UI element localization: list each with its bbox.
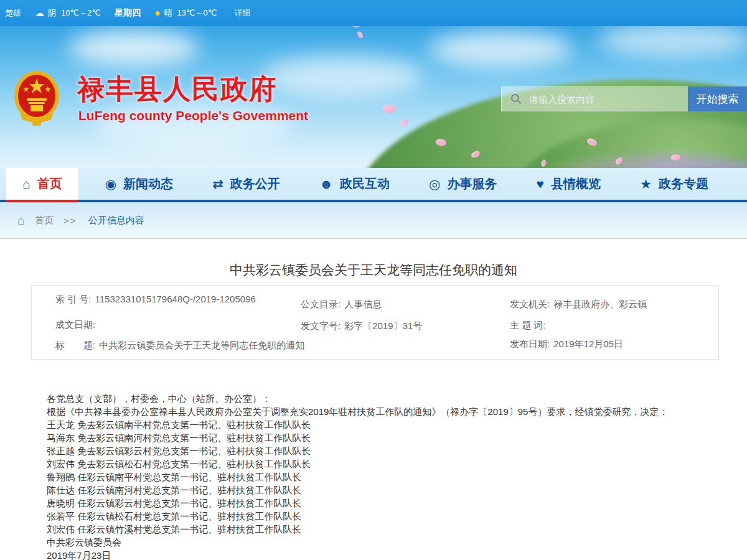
document-meta-table: 索 引 号:11532331015179648Q-/2019-1205096 成… bbox=[31, 285, 719, 360]
body-line: 马海东 免去彩云镇南河村党总支第一书记、驻村扶贫工作队队长 bbox=[47, 431, 668, 444]
body-line: 根据《中共禄丰县委办公室禄丰县人民政府办公室关于调整充实2019年驻村扶贫工作队… bbox=[47, 405, 668, 418]
document-title: 中共彩云镇委员会关于王天龙等同志任免职的通知 bbox=[0, 261, 747, 279]
exchange-icon: ⇄ bbox=[212, 177, 223, 190]
nav-label: 县情概览 bbox=[551, 175, 601, 192]
nav-label: 新闻动态 bbox=[123, 175, 173, 192]
national-emblem-logo bbox=[14, 70, 60, 127]
weather-condition-2: 晴 bbox=[164, 7, 172, 19]
weather-detail-link[interactable]: 详细 bbox=[234, 7, 250, 19]
nav-label: 办事服务 bbox=[447, 175, 497, 192]
nav-item-interaction[interactable]: ☻ 政民互动 bbox=[307, 168, 402, 200]
cloud-shape bbox=[430, 31, 573, 67]
meta-issuing-agency: 发文机关:禄丰县政府办、彩云镇 bbox=[510, 299, 647, 310]
body-line: 刘宏伟 任彩云镇竹溪村党总支第一书记、驻村扶贫工作队队长 bbox=[47, 523, 668, 536]
main-navigation: ⌂ 首页 ◉ 新闻动态 ⇄ 政务公开 ☻ 政民互动 ◎ 办事服务 ♥ 县情概览 bbox=[0, 168, 747, 202]
document-content: 中共彩云镇委员会关于王天龙等同志任免职的通知 索 引 号:11532331015… bbox=[0, 239, 747, 560]
header-banner: 禄丰县人民政府 LuFeng county People's Govemment… bbox=[0, 26, 747, 168]
body-line: 2019年7月23日 bbox=[47, 549, 668, 560]
weather-bar: 楚雄 ☁ 阴 10℃～2℃ 星期四 ● 晴 13℃～0℃ 详细 bbox=[0, 0, 747, 26]
body-line: 鲁翔鹍 任彩云镇南平村党总支第一书记、驻村扶贫工作队队长 bbox=[47, 470, 668, 483]
nav-item-county-overview[interactable]: ♥ 县情概览 bbox=[524, 168, 613, 200]
meta-title: 标 题:中共彩云镇委员会关于王天龙等同志任免职的通知 bbox=[55, 340, 304, 352]
body-line: 中共彩云镇委员会 bbox=[47, 536, 668, 549]
body-line: 王天龙 免去彩云镇南平村党总支第一书记、驻村扶贫工作队队长 bbox=[47, 418, 668, 431]
nav-item-home[interactable]: ⌂ 首页 bbox=[6, 168, 78, 200]
home-icon: ⌂ bbox=[22, 177, 31, 190]
meta-subject-words: 主 题 词: bbox=[510, 320, 550, 332]
page: 楚雄 ☁ 阴 10℃～2℃ 星期四 ● 晴 13℃～0℃ 详细 bbox=[0, 0, 747, 560]
sun-icon: ● bbox=[154, 7, 161, 19]
search-button[interactable]: 开始搜索 bbox=[688, 86, 747, 111]
nav-item-gov-disclosure[interactable]: ⇄ 政务公开 bbox=[200, 168, 293, 200]
cloud-shape bbox=[598, 26, 747, 57]
meta-written-date: 成文日期: bbox=[55, 319, 99, 331]
nav-item-services[interactable]: ◎ 办事服务 bbox=[416, 168, 509, 200]
nav-label: 政务公开 bbox=[230, 175, 280, 192]
site-subtitle: LuFeng county People's Govemment bbox=[78, 108, 308, 123]
heart-hand-icon: ♥ bbox=[537, 177, 544, 190]
cloud-icon: ☁ bbox=[35, 7, 44, 19]
nav-label: 政民互动 bbox=[340, 175, 390, 192]
body-line: 各党总支（支部），村委会，中心（站所、办公室）： bbox=[47, 392, 668, 405]
weather-condition-1: 阴 bbox=[48, 7, 56, 19]
body-line: 张若平 任彩云镇松石村党总支第一书记、驻村扶贫工作队队长 bbox=[47, 510, 668, 523]
nav-label: 政务专题 bbox=[659, 175, 708, 192]
breadcrumb-current-link[interactable]: 公开信息内容 bbox=[88, 215, 144, 226]
star-icon: ★ bbox=[640, 177, 652, 190]
breadcrumb-home-link[interactable]: 首页 bbox=[35, 215, 54, 226]
nav-item-special-topics[interactable]: ★ 政务专题 bbox=[627, 168, 721, 200]
body-line: 唐晓明 任彩云镇彩云村党总支第一书记、驻村扶贫工作队队长 bbox=[47, 497, 668, 510]
breadcrumb-home-icon: ⌂ bbox=[17, 213, 25, 228]
cloud-shape bbox=[261, 56, 423, 97]
document-body: 各党总支（支部），村委会，中心（站所、办公室）： 根据《中共禄丰县委办公室禄丰县… bbox=[47, 392, 668, 560]
body-line: 陈仕达 任彩云镇南河村党总支第一书记、驻村扶贫工作队队长 bbox=[47, 483, 668, 497]
weather-city: 楚雄 bbox=[5, 7, 21, 19]
search-bar: 开始搜索 bbox=[501, 86, 747, 111]
breadcrumb-separator: >> bbox=[63, 215, 77, 226]
weather-temp-1: 10℃～2℃ bbox=[61, 7, 101, 19]
body-line: 张正越 免去彩云镇彩云村党总支第一书记、驻村扶贫工作队队长 bbox=[47, 444, 668, 457]
body-line: 刘宏伟 免去彩云镇松石村党总支第一书记、驻村扶贫工作队队长 bbox=[47, 457, 668, 470]
nav-label: 首页 bbox=[37, 175, 62, 192]
site-title: 禄丰县人民政府 bbox=[77, 71, 278, 108]
breadcrumb: ⌂ 首页 >> 公开信息内容 bbox=[0, 202, 747, 239]
meta-publish-date: 发布日期:2019年12月05日 bbox=[510, 338, 623, 350]
weather-weekday: 星期四 bbox=[115, 7, 141, 19]
nav-item-news[interactable]: ◉ 新闻动态 bbox=[93, 168, 186, 200]
eye-target-icon: ◎ bbox=[429, 177, 440, 190]
news-globe-icon: ◉ bbox=[105, 177, 116, 190]
meta-doc-number: 发文字号:彩字〔2019〕31号 bbox=[301, 320, 422, 332]
cloud-shape bbox=[68, 30, 199, 66]
weather-temp-2: 13℃～0℃ bbox=[177, 7, 217, 19]
search-input[interactable] bbox=[528, 93, 688, 105]
search-box bbox=[501, 86, 688, 111]
search-icon bbox=[510, 93, 522, 105]
person-icon: ☻ bbox=[319, 177, 333, 190]
meta-catalog: 公文目录:人事信息 bbox=[301, 299, 382, 310]
meta-index-number: 索 引 号:11532331015179648Q-/2019-1205096 bbox=[55, 294, 256, 306]
